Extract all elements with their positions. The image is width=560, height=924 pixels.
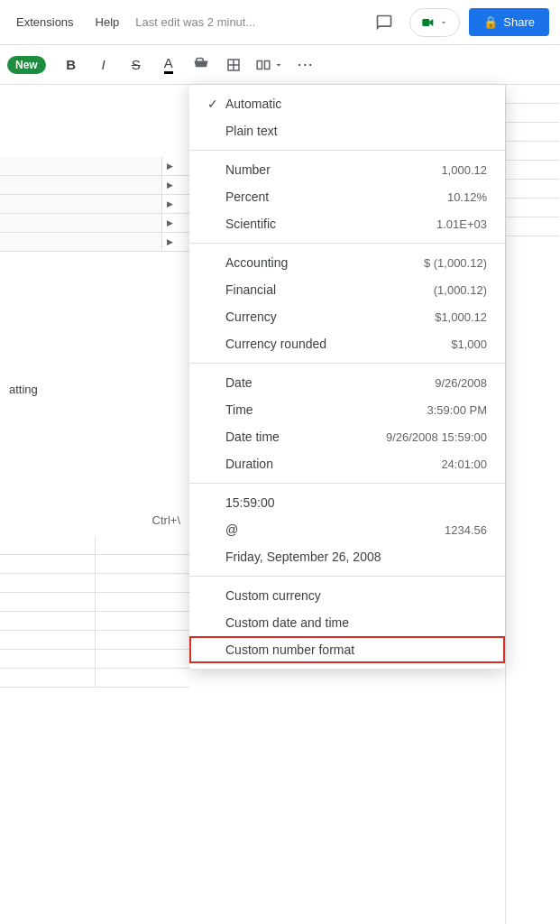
item-value-date-time: 9/26/2008 15:59:00 bbox=[386, 430, 487, 444]
top-bar-right: 🔒 Share bbox=[368, 6, 549, 39]
row-arrow-5[interactable]: ▶ bbox=[162, 237, 177, 246]
item-label-plain-text: Plain text bbox=[225, 124, 487, 138]
dropdown-item-percent[interactable]: Percent10.12% bbox=[189, 183, 505, 210]
right-sheet-area bbox=[505, 85, 559, 924]
share-button[interactable]: 🔒 Share bbox=[469, 8, 549, 36]
svg-rect-0 bbox=[423, 19, 430, 26]
dropdown-item-plain-text[interactable]: Plain text bbox=[189, 117, 505, 144]
item-value-date: 9/26/2008 bbox=[435, 376, 487, 390]
last-edit-label[interactable]: Last edit was 2 minut... bbox=[135, 15, 255, 29]
dropdown-item-accounting[interactable]: Accounting$ (1,000.12) bbox=[189, 249, 505, 276]
format-dropdown: ✓AutomaticPlain textNumber1,000.12Percen… bbox=[189, 85, 505, 669]
dropdown-item-number[interactable]: Number1,000.12 bbox=[189, 156, 505, 183]
underline-a: A bbox=[164, 55, 173, 74]
dropdown-item-duration[interactable]: Duration24:01:00 bbox=[189, 450, 505, 477]
item-label-number: Number bbox=[225, 162, 441, 177]
item-label-automatic: Automatic bbox=[225, 97, 487, 111]
merge-button[interactable] bbox=[252, 51, 288, 79]
item-label-custom-date-time: Custom date and time bbox=[225, 615, 487, 630]
item-label-date-long: Friday, September 26, 2008 bbox=[225, 550, 487, 564]
strikethrough-button[interactable]: S bbox=[122, 51, 151, 79]
panel-row-4: ▶ bbox=[0, 214, 189, 233]
cell-row-g bbox=[0, 650, 189, 669]
sheet-cell-area bbox=[0, 536, 189, 924]
shortcut-label: Ctrl+\ bbox=[152, 513, 180, 527]
cell-row-e bbox=[0, 612, 189, 631]
border-button[interactable] bbox=[219, 51, 248, 79]
dropdown-item-date[interactable]: Date9/26/2008 bbox=[189, 369, 505, 396]
menu-help[interactable]: Help bbox=[90, 12, 125, 32]
row-arrow-3[interactable]: ▶ bbox=[162, 199, 177, 208]
dropdown-item-custom-currency[interactable]: Custom currency bbox=[189, 582, 505, 609]
separator-after-date-long bbox=[189, 576, 505, 577]
item-label-time: Time bbox=[225, 402, 427, 417]
item-value-percent: 10.12% bbox=[447, 190, 487, 204]
dropdown-item-date-long[interactable]: Friday, September 26, 2008 bbox=[189, 543, 505, 570]
separator-after-currency-rounded bbox=[189, 363, 505, 364]
panel-row-1: ▶ bbox=[0, 157, 189, 176]
comment-button[interactable] bbox=[368, 6, 400, 39]
paint-format-button[interactable] bbox=[187, 51, 216, 79]
share-label: Share bbox=[503, 15, 535, 29]
dropdown-item-custom-number[interactable]: Custom number format bbox=[189, 636, 505, 663]
item-value-currency: $1,000.12 bbox=[435, 310, 487, 324]
item-value-scientific: 1.01E+03 bbox=[436, 217, 487, 231]
item-label-date-time: Date time bbox=[225, 430, 386, 444]
bold-button[interactable]: B bbox=[57, 51, 86, 79]
item-value-financial: (1,000.12) bbox=[434, 283, 487, 297]
cell-row-a bbox=[0, 536, 189, 555]
dropdown-item-at-format[interactable]: @1234.56 bbox=[189, 516, 505, 543]
panel-row-2: ▶ bbox=[0, 176, 189, 195]
item-value-accounting: $ (1,000.12) bbox=[424, 256, 487, 270]
item-value-number: 1,000.12 bbox=[441, 163, 487, 177]
new-badge: New bbox=[7, 56, 46, 74]
cell-row-b bbox=[0, 555, 189, 574]
item-value-duration: 24:01:00 bbox=[441, 457, 487, 471]
item-label-currency: Currency bbox=[225, 310, 435, 324]
item-label-scientific: Scientific bbox=[225, 217, 436, 231]
cell-row-h bbox=[0, 669, 189, 688]
row-arrow-2[interactable]: ▶ bbox=[162, 180, 177, 189]
dropdown-item-date-time[interactable]: Date time9/26/2008 15:59:00 bbox=[189, 423, 505, 450]
meet-button[interactable] bbox=[409, 8, 460, 37]
left-panel: ▶ ▶ ▶ ▶ ▶ atting Ctrl+\ bbox=[0, 85, 189, 924]
panel-row-3: ▶ bbox=[0, 195, 189, 214]
item-label-custom-number: Custom number format bbox=[225, 642, 487, 657]
dropdown-item-time-format[interactable]: 15:59:00 bbox=[189, 489, 505, 516]
item-label-at-format: @ bbox=[225, 522, 445, 537]
item-value-at-format: 1234.56 bbox=[445, 523, 487, 537]
italic-button[interactable]: I bbox=[89, 51, 118, 79]
dropdown-item-scientific[interactable]: Scientific1.01E+03 bbox=[189, 210, 505, 237]
row-arrow-4[interactable]: ▶ bbox=[162, 218, 177, 227]
dropdown-item-financial[interactable]: Financial(1,000.12) bbox=[189, 276, 505, 303]
dropdown-item-time[interactable]: Time3:59:00 PM bbox=[189, 396, 505, 423]
cell-row-d bbox=[0, 593, 189, 612]
dropdown-item-automatic[interactable]: ✓Automatic bbox=[189, 90, 505, 117]
checkmark-automatic: ✓ bbox=[207, 97, 225, 111]
cell-row-f bbox=[0, 631, 189, 650]
item-label-time-format: 15:59:00 bbox=[225, 495, 487, 510]
dropdown-item-currency[interactable]: Currency$1,000.12 bbox=[189, 303, 505, 330]
separator-after-duration bbox=[189, 483, 505, 484]
underline-button[interactable]: A bbox=[154, 51, 183, 79]
dropdown-item-custom-date-time[interactable]: Custom date and time bbox=[189, 609, 505, 636]
item-label-currency-rounded: Currency rounded bbox=[225, 337, 451, 351]
item-label-date: Date bbox=[225, 375, 435, 390]
dropdown-item-currency-rounded[interactable]: Currency rounded$1,000 bbox=[189, 330, 505, 357]
row-arrow-1[interactable]: ▶ bbox=[162, 162, 177, 171]
top-bar: Extensions Help Last edit was 2 minut...… bbox=[0, 0, 560, 45]
item-value-time: 3:59:00 PM bbox=[427, 403, 488, 417]
item-value-currency-rounded: $1,000 bbox=[451, 337, 487, 351]
menu-extensions[interactable]: Extensions bbox=[11, 12, 79, 32]
item-label-financial: Financial bbox=[225, 282, 434, 297]
item-label-accounting: Accounting bbox=[225, 255, 424, 270]
panel-row-5: ▶ bbox=[0, 233, 189, 252]
item-label-percent: Percent bbox=[225, 189, 447, 204]
item-label-duration: Duration bbox=[225, 457, 441, 471]
left-panel-content: ▶ ▶ ▶ ▶ ▶ bbox=[0, 157, 189, 252]
toolbar: New B I S A ··· bbox=[0, 45, 560, 85]
separator-after-scientific bbox=[189, 243, 505, 244]
more-options-button[interactable]: ··· bbox=[291, 51, 320, 79]
item-label-custom-currency: Custom currency bbox=[225, 588, 487, 603]
cell-row-c bbox=[0, 574, 189, 593]
